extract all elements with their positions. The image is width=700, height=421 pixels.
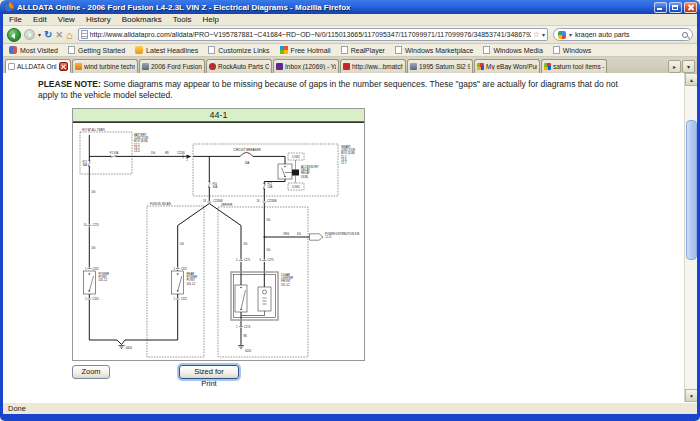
tab-alldata[interactable]: ALLDATA Onl... (5, 59, 71, 73)
diagram-label: C275 (268, 258, 275, 262)
diagram-label: 30A (245, 161, 250, 165)
window-title: ALLDATA Online - 2006 Ford Fusion L4-2.3… (17, 3, 652, 12)
diagram-label: 30A (82, 163, 87, 167)
list-all-tabs-button[interactable]: ▾ (682, 60, 695, 73)
tab-saturn-sl2[interactable]: 1995 Saturn Sl2 95... (407, 59, 473, 73)
diagram-label: 101-12 (281, 283, 290, 287)
bookmark-label: Getting Started (78, 47, 125, 54)
bookmark-label: Free Hotmail (291, 47, 331, 54)
url-bar[interactable]: http://www.alldatapro.com/alldata/PRO~V1… (78, 28, 548, 41)
diagram-label: 4 (236, 258, 238, 262)
title-bar: ALLDATA Online - 2006 Ford Fusion L4-2.3… (0, 0, 700, 14)
home-button[interactable]: ⌂ (66, 30, 73, 40)
tab-label: ALLDATA Onl... (17, 63, 57, 70)
cigar-lighter-component (231, 272, 278, 320)
tab-close-button[interactable] (59, 62, 68, 71)
bookmark-windows-marketplace[interactable]: Windows Marketplace (395, 46, 473, 54)
search-engine-dropdown-icon[interactable]: ▾ (569, 31, 572, 38)
menu-item-bookmarks[interactable]: Bookmarks (122, 15, 162, 24)
minimize-icon (657, 8, 662, 10)
window-frame-left (0, 14, 3, 414)
bookmark-customize-links[interactable]: Customize Links (208, 46, 269, 54)
url-text[interactable]: http://www.alldatapro.com/alldata/PRO~V1… (90, 31, 531, 38)
menu-item-edit[interactable]: Edit (33, 15, 47, 24)
menu-item-history[interactable]: History (86, 15, 111, 24)
car-site-icon (410, 63, 417, 70)
scroll-down-button[interactable]: ▼ (685, 389, 697, 402)
bookmark-most-visited[interactable]: Most Visited (9, 46, 58, 54)
diagram-label: 20A (268, 185, 273, 189)
hotmail-flag-icon (280, 46, 288, 54)
diagram-number-header: 44-1 (73, 109, 364, 122)
diagram-canvas: HOT AT ALL TIMESBATTERYJUNCTIONBOX (BJB)… (73, 122, 364, 360)
page-icon (553, 46, 560, 54)
bookmark-star-icon[interactable]: ☆ (533, 30, 540, 39)
headlines-icon (135, 46, 143, 54)
maximize-button[interactable] (669, 2, 682, 13)
google-icon[interactable] (558, 31, 566, 39)
menu-item-tools[interactable]: Tools (173, 15, 192, 24)
zoom-button[interactable]: Zoom (72, 365, 110, 379)
search-box[interactable]: ▾ kragen auto parts (553, 28, 693, 41)
diagram-label: 6 (260, 258, 262, 262)
tab-ford-fusion[interactable]: 2006 Ford Fusion H... (139, 59, 205, 73)
red-site-icon (343, 63, 350, 70)
menu-item-help[interactable]: Help (202, 15, 218, 24)
bookmark-windows-media[interactable]: Windows Media (483, 46, 542, 54)
ground-symbols (119, 346, 245, 349)
diagram-label: C270 (93, 223, 100, 227)
search-icon[interactable] (682, 32, 688, 38)
tab-saturn-tools[interactable]: saturn tool items -... (541, 59, 607, 73)
tab-yahoo-inbox[interactable]: Inbox (12069) - Ya... (273, 59, 339, 73)
menu-item-view[interactable]: View (58, 15, 75, 24)
diagram-label: 2 (187, 158, 189, 162)
page-icon (68, 46, 75, 54)
tab-label: 2006 Ford Fusion H... (151, 63, 202, 70)
menu-item-file[interactable]: File (9, 15, 22, 24)
diagram-label: DG (244, 242, 248, 246)
scroll-up-button[interactable]: ▲ (685, 73, 697, 86)
status-bar: Done (3, 402, 697, 414)
diagram-label: 12-7 (341, 161, 347, 165)
diagram-label: G201 (245, 349, 252, 353)
note-body: Some diagrams may appear to be missing b… (38, 79, 618, 100)
refresh-button[interactable]: ↻ (44, 30, 52, 40)
power-wires (89, 135, 309, 345)
close-button[interactable] (684, 2, 697, 13)
status-text: Done (8, 404, 26, 413)
scrollbar-thumb[interactable] (686, 120, 697, 260)
stop-button[interactable]: ✕ (55, 30, 63, 40)
rear-power-point-component (172, 271, 184, 294)
bookmark-label: Customize Links (218, 47, 269, 54)
minimize-button[interactable] (654, 2, 667, 13)
bookmark-free-hotmail[interactable]: Free Hotmail (280, 46, 331, 54)
url-dropdown-icon[interactable]: ▾ (542, 31, 545, 38)
tab-rockauto[interactable]: RockAuto Parts Cat... (206, 59, 272, 73)
back-button[interactable] (7, 28, 21, 42)
diagram-label: F1 50A (110, 151, 119, 155)
search-input[interactable]: kragen auto parts (575, 31, 679, 38)
bookmark-realplayer[interactable]: RealPlayer (341, 46, 385, 54)
circuit-breaker-symbol (240, 152, 253, 156)
bookmark-latest-headlines[interactable]: Latest Headlines (135, 46, 198, 54)
tab-my-ebay[interactable]: My eBay Won/Purc... (474, 59, 540, 73)
wiring-diagram-svg: HOT AT ALL TIMESBATTERYJUNCTIONBOX (BJB)… (73, 123, 364, 361)
tab-wind-turbine[interactable]: wind turbine techni... (72, 59, 138, 73)
tab-label: wind turbine techni... (84, 63, 135, 70)
history-dropdown-icon[interactable]: ▾ (38, 31, 41, 38)
tab-bmatchall[interactable]: http://ww...bmatchall (340, 59, 406, 73)
forward-button[interactable] (24, 29, 35, 40)
diagram-label: DG (92, 246, 96, 250)
note-label: PLEASE NOTE: (38, 79, 101, 89)
bookmark-windows[interactable]: Windows (553, 46, 591, 54)
diagram-label: DG (151, 151, 155, 155)
bookmark-getting-started[interactable]: Getting Started (68, 46, 125, 54)
wiring-diagram: 44-1 (72, 108, 365, 361)
diagram-label: BK (244, 334, 248, 338)
tab-scroll-right-button[interactable]: ▸ (668, 60, 681, 73)
diagram-label: 101-12 (99, 278, 108, 282)
sized-for-print-button[interactable]: Sized for Print (179, 365, 239, 379)
tab-label: 1995 Saturn Sl2 95... (419, 63, 470, 70)
vertical-scrollbar[interactable]: ▲ ▼ (684, 73, 697, 402)
page-icon (395, 46, 402, 54)
